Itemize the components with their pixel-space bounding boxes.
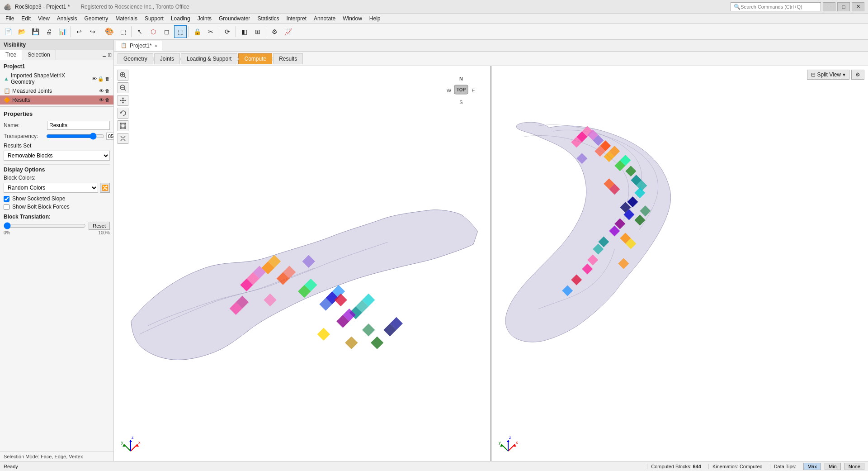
menu-loading[interactable]: Loading [167,14,194,23]
workflow-loading[interactable]: Loading & Support [181,53,237,64]
solid-button[interactable]: ⬡ [147,25,160,38]
menu-geometry[interactable]: Geometry [81,14,112,23]
close-button[interactable]: ✕ [852,2,864,11]
menu-annotate[interactable]: Annotate [310,14,339,23]
geometry-button[interactable]: ◻ [160,25,173,38]
right-viewport[interactable]: x y z [491,66,868,461]
tab-icon: 📋 [121,43,127,48]
pan-tool[interactable] [118,95,128,106]
visibility-panel: Visibility Tree Selection 🗕 ⊞ Project1 ▲… [0,40,113,107]
data-tips-max-button[interactable]: Max [803,463,821,470]
menu-groundwater[interactable]: Groundwater [215,14,254,23]
reset-view-tool[interactable] [118,133,128,144]
menu-statistics[interactable]: Statistics [254,14,283,23]
menu-window[interactable]: Window [339,14,366,23]
menu-view[interactable]: View [34,14,53,23]
tab-tree[interactable]: Tree [0,50,22,60]
bolt-forces-row: Show Bolt Block Forces [4,204,110,210]
workflow-geometry-label: Geometry [123,56,147,62]
results-visibility-icon[interactable]: 👁 [99,97,104,103]
results-delete-icon[interactable]: 🗑 [105,97,110,103]
transparency-slider[interactable] [46,133,104,140]
joints-visibility-icon[interactable]: 👁 [99,88,104,94]
menu-edit[interactable]: Edit [18,14,34,23]
redo-button[interactable]: ↪ [86,25,99,38]
name-input[interactable] [47,121,110,130]
transparency-value[interactable] [106,133,113,140]
new-button[interactable]: 📄 [2,25,14,38]
minimize-button[interactable]: ─ [823,2,835,11]
undo-button[interactable]: ↩ [73,25,85,38]
doc-tab-project1[interactable]: 📋 Project1* × [116,41,162,51]
fit-view-tool[interactable] [118,120,128,131]
zoom-in-tool[interactable] [118,70,128,81]
svg-point-7 [122,100,124,101]
color-wheel-button[interactable]: 🎨 [103,25,116,38]
svg-line-66 [124,444,131,451]
svg-text:y: y [121,440,123,445]
geometry-visibility-icon[interactable]: 👁 [92,76,97,82]
lock-button[interactable]: 🔒 [191,25,203,38]
computed-blocks-section: Computed Blocks: 644 [647,464,705,469]
search-box[interactable]: 🔍 [731,2,821,11]
zoom-out-tool[interactable] [118,82,128,93]
visibility-panel-icon[interactable]: ⊞ [108,52,112,58]
workflow-results[interactable]: Results [273,53,303,64]
results-button[interactable]: 📈 [282,25,294,38]
undo-view-tool[interactable] [118,108,128,119]
search-input[interactable] [741,4,813,10]
split-view-button[interactable]: ⊟ Split View ▾ [807,70,849,80]
visibility-minimize-icon[interactable]: 🗕 [102,52,107,58]
workflow-geometry[interactable]: Geometry [118,53,153,64]
data-tips-none-button[interactable]: None [844,463,864,470]
workflow-joints-label: Joints [160,56,174,62]
workflow-joints[interactable]: Joints [154,53,180,64]
menu-support[interactable]: Support [141,14,167,23]
tree-item-results[interactable]: 🔶 Results 👁 🗑 [0,95,113,105]
cursor-button[interactable]: ↖ [133,25,146,38]
cut-button[interactable]: ✂ [204,25,217,38]
open-button[interactable]: 📂 [15,25,28,38]
menu-joints[interactable]: Joints [194,14,215,23]
menu-materials[interactable]: Materials [112,14,141,23]
menu-help[interactable]: Help [366,14,384,23]
left-viewport[interactable]: N S W E TOP [114,66,491,461]
mesh-button[interactable]: ⊞ [251,25,264,38]
svg-line-106 [508,444,515,451]
tab-selection[interactable]: Selection [22,50,56,60]
viewport-settings-icon: ⚙ [855,71,860,78]
menu-analysis[interactable]: Analysis [53,14,81,23]
select-mode-button[interactable]: ⬚ [174,25,187,38]
maximize-button[interactable]: □ [837,2,850,11]
geometry-lock-icon[interactable]: 🔒 [98,76,104,82]
geometry-delete-icon[interactable]: 🗑 [105,76,110,82]
face-button[interactable]: ◧ [238,25,250,38]
svg-marker-60 [345,336,358,349]
save-button[interactable]: 💾 [29,25,42,38]
menu-interpret[interactable]: Interpret [283,14,310,23]
transform-button[interactable]: ⟳ [221,25,234,38]
svg-text:z: z [132,435,134,440]
bolt-forces-checkbox[interactable] [4,204,9,210]
tree-item-measured-joints[interactable]: 📋 Measured Joints 👁 🗑 [0,86,113,95]
print-button[interactable]: 🖨 [42,25,55,38]
export-button[interactable]: 📊 [56,25,69,38]
viewport-settings-button[interactable]: ⚙ [851,70,864,80]
compute-button[interactable]: ⚙ [268,25,281,38]
data-tips-label: Data Tips: [774,464,797,469]
menu-file[interactable]: File [2,14,18,23]
results-actions: 👁 🗑 [99,97,110,103]
split-view-dropdown-icon: ▾ [843,71,845,78]
block-translation-slider[interactable] [4,222,86,229]
workflow-compute[interactable]: Compute [238,53,272,64]
socketed-slope-checkbox[interactable] [4,196,9,202]
results-set-select[interactable]: Removable Blocks [4,151,110,161]
tree-item-geometry[interactable]: ▲ Imported ShapeMetriX Geometry 👁 🔒 🗑 [0,71,113,86]
color-refresh-button[interactable]: 🔀 [100,183,110,193]
joints-delete-icon[interactable]: 🗑 [105,88,110,94]
block-colors-select[interactable]: Random Colors By Material By Joint Set [4,183,98,193]
tab-close-icon[interactable]: × [155,43,157,48]
data-tips-min-button[interactable]: Min [825,463,841,470]
reset-button[interactable]: Reset [89,222,110,230]
select-button[interactable]: ⬚ [117,25,129,38]
